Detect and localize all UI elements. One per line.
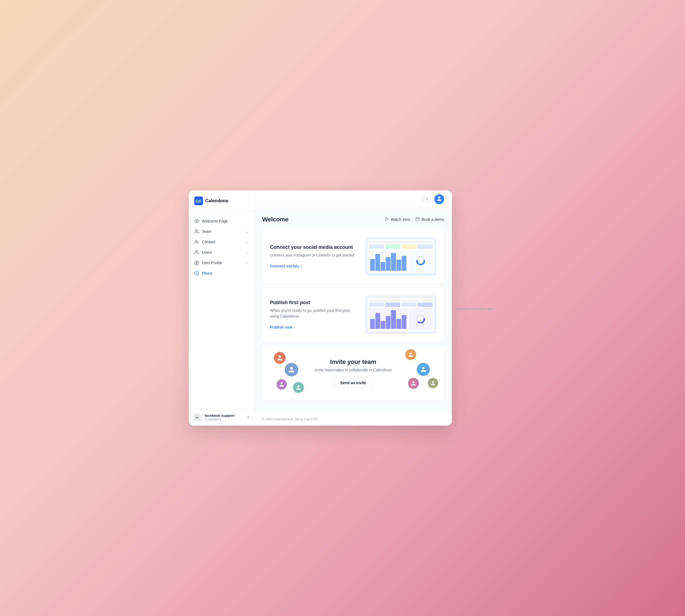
publish-post-card: Publish first post When you're ready to … xyxy=(262,288,444,342)
plus-circle-icon xyxy=(194,271,199,276)
footer-logo: Cd xyxy=(193,413,202,422)
sidebar-logo: Cd Calendone xyxy=(189,191,254,212)
svg-marker-15 xyxy=(385,217,388,221)
publish-post-title: Publish first post xyxy=(270,300,359,306)
avatar-circle-7 xyxy=(408,378,419,389)
mini-bar-chart xyxy=(369,250,407,272)
avatar-circle-1 xyxy=(274,352,286,364)
sidebar-item-users-label: Users xyxy=(202,250,243,255)
svg-point-7 xyxy=(195,250,197,252)
send-invite-button[interactable]: Send an invite xyxy=(333,378,373,388)
app-footer: © 2024 Calendone.io, Strive Cap LTD xyxy=(255,413,452,425)
svg-point-25 xyxy=(419,317,422,321)
sidebar-nav: Welcome Page Team ⌄ xyxy=(189,212,254,409)
publish-now-label: Publish now xyxy=(270,325,292,329)
book-demo-button[interactable]: Book a demo xyxy=(415,217,444,222)
float-avatar-6 xyxy=(416,362,430,376)
mini-donut-chart xyxy=(408,250,433,272)
connect-social-image xyxy=(365,237,437,276)
user-profile-chevron-icon: ⌄ xyxy=(246,261,249,265)
book-demo-label: Book a demo xyxy=(421,217,444,222)
svg-text:Cd: Cd xyxy=(195,416,198,419)
content-chevron-icon: ⌄ xyxy=(246,240,249,244)
svg-point-2 xyxy=(196,221,198,222)
float-avatar-5 xyxy=(405,349,417,360)
svg-point-4 xyxy=(195,240,197,242)
svg-rect-16 xyxy=(416,218,419,221)
help-button[interactable]: ? xyxy=(423,195,431,203)
sidebar-item-content-label: Content xyxy=(202,240,243,244)
invite-center: Invite your team Invite teammates to col… xyxy=(314,358,392,388)
footer-chevron-icon: ⇕ xyxy=(247,415,250,420)
play-icon xyxy=(385,217,389,222)
float-avatar-3 xyxy=(276,379,287,390)
sidebar-item-user-profile[interactable]: User Profile ⌄ xyxy=(189,258,254,268)
sidebar-item-welcome-label: Welcome Page xyxy=(202,219,249,223)
sidebar-item-content[interactable]: Content ⌄ xyxy=(189,237,254,247)
content-icon xyxy=(194,240,199,244)
avatar-circle-2 xyxy=(285,363,299,376)
user-avatar-button[interactable] xyxy=(434,194,444,204)
publish-post-content: Publish first post When you're ready to … xyxy=(270,300,359,330)
footer-members-count: 1 members xyxy=(205,418,244,421)
team-chevron-icon: ⌄ xyxy=(246,229,249,234)
connect-social-card: Connect your social media account Connec… xyxy=(262,229,444,283)
float-avatar-7 xyxy=(407,377,419,389)
user-circle-icon xyxy=(194,260,199,265)
app-logo-text: Calendone xyxy=(205,198,228,204)
user-group-icon xyxy=(194,250,199,255)
sidebar-item-team-label: Team xyxy=(202,229,243,234)
avatar-circle-3 xyxy=(277,379,287,390)
welcome-header: Welcome Watch intro xyxy=(262,216,444,223)
sidebar-item-user-profile-label: User Profile xyxy=(202,261,243,265)
users-icon xyxy=(194,229,199,234)
sidebar-item-welcome[interactable]: Welcome Page xyxy=(189,216,254,226)
svg-text:Cd: Cd xyxy=(196,199,201,203)
publish-post-image xyxy=(365,295,437,334)
page-title: Welcome xyxy=(262,216,289,223)
sidebar-footer[interactable]: Cd facebook support 1 members ⇕ xyxy=(189,409,254,425)
watch-intro-button[interactable]: Watch intro xyxy=(385,217,410,222)
connect-socials-chevron-icon: › xyxy=(300,264,302,268)
sidebar-item-plans-label: Plans xyxy=(202,271,249,276)
avatar-circle-6 xyxy=(417,363,430,376)
screenshot-credit: Screenshot by Xnapper.com xyxy=(452,306,496,310)
connect-socials-link[interactable]: Connect socials › xyxy=(270,264,302,268)
connect-social-title: Connect your social media account xyxy=(270,244,359,250)
connect-socials-label: Connect socials xyxy=(270,264,299,268)
invite-team-card: Invite your team Invite teammates to col… xyxy=(262,346,444,401)
top-bar: ? xyxy=(255,191,452,208)
app-logo-icon: Cd xyxy=(194,196,203,205)
footer-workspace-info: facebook support 1 members xyxy=(205,414,244,421)
svg-point-22 xyxy=(419,259,422,263)
avatar-circle-5 xyxy=(405,349,416,360)
publish-now-link[interactable]: Publish now › xyxy=(270,325,295,329)
main-content: ? Welcome xyxy=(255,191,452,425)
sidebar-item-users[interactable]: Users ⌄ xyxy=(189,247,254,258)
invite-title: Invite your team xyxy=(314,358,392,366)
avatar-circle-4 xyxy=(293,382,304,393)
calendar-icon xyxy=(415,217,420,222)
sidebar-item-plans[interactable]: Plans xyxy=(189,268,254,279)
footer-copyright: © 2024 Calendone.io, Strive Cap LTD xyxy=(262,417,317,421)
connect-social-desc: Connect your Instagram or Linkedin to ge… xyxy=(270,252,359,258)
svg-point-3 xyxy=(195,229,197,231)
float-avatar-4 xyxy=(292,381,304,394)
footer-workspace-name: facebook support xyxy=(205,414,244,418)
float-avatar-1 xyxy=(273,351,286,365)
app-layout: Cd Calendone Welcome Page xyxy=(189,191,452,425)
invite-description: Invite teammates to collaborate in Calen… xyxy=(314,368,392,372)
sidebar: Cd Calendone Welcome Page xyxy=(189,191,255,425)
content-area: Welcome Watch intro xyxy=(255,208,452,413)
eye-icon xyxy=(194,219,199,224)
avatar-circle-8 xyxy=(428,378,438,388)
svg-point-9 xyxy=(196,262,198,263)
publish-now-chevron-icon: › xyxy=(293,325,295,329)
watch-intro-label: Watch intro xyxy=(391,217,410,222)
users-chevron-icon: ⌄ xyxy=(246,250,249,254)
float-avatar-2 xyxy=(284,362,299,377)
sidebar-item-team[interactable]: Team ⌄ xyxy=(189,226,254,237)
float-avatar-8 xyxy=(427,377,439,389)
publish-post-desc: When you're ready to go, publish your fi… xyxy=(270,308,359,319)
app-window: Cd Calendone Welcome Page xyxy=(189,191,452,425)
